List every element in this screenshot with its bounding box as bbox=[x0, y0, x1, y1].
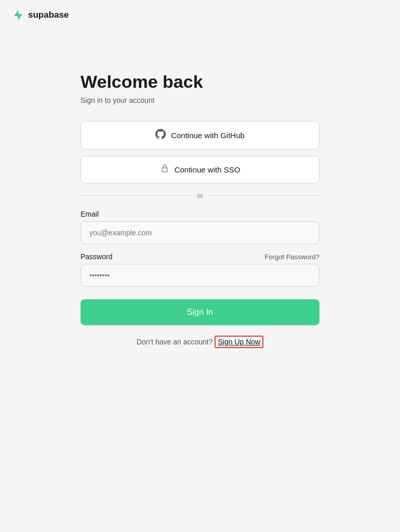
logo-icon bbox=[12, 9, 24, 21]
password-field-header: Password Forgot Password? bbox=[81, 252, 319, 261]
email-field-header: Email bbox=[81, 210, 319, 218]
logo-text: supabase bbox=[28, 10, 69, 20]
divider-line-left bbox=[81, 195, 191, 196]
email-label: Email bbox=[81, 210, 99, 218]
github-icon bbox=[155, 129, 166, 142]
password-input[interactable] bbox=[81, 264, 319, 287]
github-button-label: Continue with GitHub bbox=[171, 131, 245, 140]
svg-marker-0 bbox=[14, 10, 22, 20]
github-oauth-button[interactable]: Continue with GitHub bbox=[81, 121, 319, 150]
signup-now-link[interactable]: Sign Up Now bbox=[215, 336, 263, 348]
signup-row: Don't have an account? Sign Up Now bbox=[81, 336, 319, 348]
main-content: Welcome back Sign in to your account Con… bbox=[0, 30, 400, 348]
divider-line-right bbox=[209, 195, 319, 196]
password-field-group: Password Forgot Password? bbox=[81, 252, 319, 287]
header: supabase bbox=[0, 0, 400, 30]
divider: or bbox=[81, 192, 319, 200]
sso-button-label: Continue with SSO bbox=[175, 165, 241, 174]
sso-oauth-button[interactable]: Continue with SSO bbox=[81, 156, 319, 183]
page-title: Welcome back bbox=[81, 72, 319, 92]
password-label: Password bbox=[81, 252, 112, 261]
signin-button[interactable]: Sign In bbox=[81, 299, 319, 325]
form-container: Welcome back Sign in to your account Con… bbox=[81, 72, 319, 348]
sso-icon bbox=[160, 164, 169, 176]
email-field-group: Email bbox=[81, 210, 319, 244]
divider-text: or bbox=[197, 192, 203, 200]
email-input[interactable] bbox=[81, 221, 319, 244]
svg-rect-1 bbox=[162, 168, 167, 172]
page-subtitle: Sign in to your account bbox=[81, 96, 319, 104]
no-account-text: Don't have an account? bbox=[137, 338, 213, 346]
forgot-password-link[interactable]: Forgot Password? bbox=[265, 253, 320, 261]
